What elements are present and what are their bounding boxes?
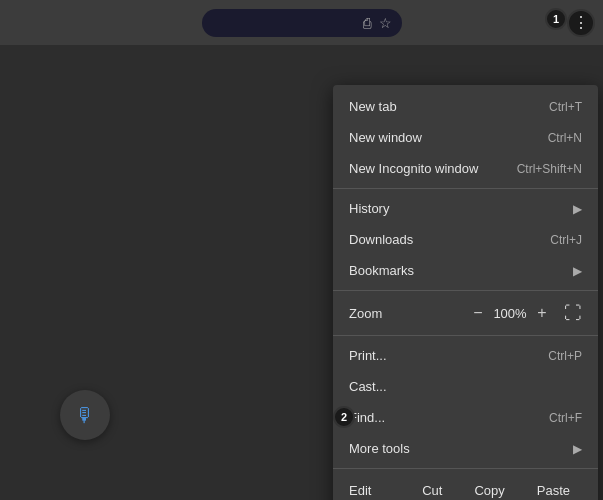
menu-item-bookmarks[interactable]: Bookmarks ▶ — [333, 255, 598, 286]
menu-divider-1 — [333, 188, 598, 189]
menu-item-new-tab[interactable]: New tab Ctrl+T — [333, 91, 598, 122]
menu-item-print[interactable]: Print... Ctrl+P — [333, 340, 598, 371]
zoom-row: Zoom − 100% + ⛶ — [333, 295, 598, 331]
menu-item-find[interactable]: Find... Ctrl+F — [333, 402, 598, 433]
menu-item-new-window[interactable]: New window Ctrl+N — [333, 122, 598, 153]
edit-row: Edit Cut Copy Paste — [333, 473, 598, 500]
menu-divider-3 — [333, 335, 598, 336]
menu-item-downloads[interactable]: Downloads Ctrl+J — [333, 224, 598, 255]
bookmark-icon[interactable]: ☆ — [379, 15, 392, 31]
menu-item-incognito[interactable]: New Incognito window Ctrl+Shift+N — [333, 153, 598, 184]
three-dots-icon: ⋮ — [573, 13, 589, 32]
menu-item-more-tools[interactable]: More tools ▶ — [333, 433, 598, 464]
menu-item-history[interactable]: History ▶ — [333, 193, 598, 224]
cut-button[interactable]: Cut — [410, 479, 454, 500]
address-bar: ⎙ ☆ — [202, 9, 402, 37]
mic-button[interactable]: 🎙 — [60, 390, 110, 440]
chrome-menu: New tab Ctrl+T New window Ctrl+N New Inc… — [333, 85, 598, 500]
share-icon[interactable]: ⎙ — [363, 15, 371, 31]
zoom-label: Zoom — [349, 306, 382, 321]
annotation-circle-1: 1 — [545, 8, 567, 30]
mic-icon: 🎙 — [75, 404, 95, 427]
chrome-menu-button[interactable]: ⋮ — [567, 9, 595, 37]
paste-button[interactable]: Paste — [525, 479, 582, 500]
copy-button[interactable]: Copy — [462, 479, 516, 500]
edit-label: Edit — [349, 483, 371, 498]
zoom-in-button[interactable]: + — [530, 301, 554, 325]
google-search-area: 🎙 — [60, 390, 110, 440]
zoom-out-button[interactable]: − — [466, 301, 490, 325]
zoom-value: 100% — [490, 306, 530, 321]
menu-item-cast[interactable]: Cast... — [333, 371, 598, 402]
browser-toolbar: ⎙ ☆ 1 ⋮ — [0, 0, 603, 45]
annotation-circle-2: 2 — [333, 406, 355, 428]
menu-divider-2 — [333, 290, 598, 291]
browser-content: 🎙 New tab Ctrl+T New window Ctrl+N New I… — [0, 45, 603, 500]
menu-divider-4 — [333, 468, 598, 469]
zoom-fullscreen-button[interactable]: ⛶ — [564, 303, 582, 324]
